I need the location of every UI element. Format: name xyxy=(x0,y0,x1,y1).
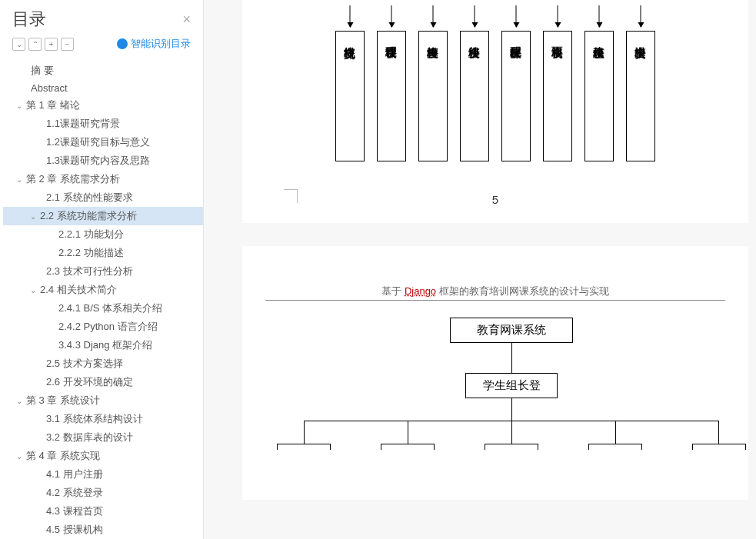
diagram-box-partial xyxy=(277,444,331,450)
toc-item-label: 2.3 技术可行性分析 xyxy=(45,265,133,278)
diagram-box-partial xyxy=(692,444,746,450)
toc-item-label: 4.1 用户注册 xyxy=(45,467,103,481)
module-box: 安全退出模块 xyxy=(626,31,655,161)
toc-list[interactable]: 摘 要Abstract⌄第 1 章 绪论1.1课题研究背景1.2课题研究目标与意… xyxy=(0,58,203,539)
toc-item-label: 2.4.2 Python 语言介绍 xyxy=(57,320,158,334)
diagram-box-partial xyxy=(588,444,642,450)
toc-item[interactable]: 摘 要 xyxy=(3,62,203,80)
diagram-connector xyxy=(408,421,408,444)
toc-item[interactable]: 4.1 用户注册 xyxy=(3,465,203,484)
document-page-2: 基于 Django 框架的教育培训网课系统的设计与实现 教育网课系统 学生组长登 xyxy=(242,246,748,500)
toc-item[interactable]: 4.5 授课机构 xyxy=(3,521,203,539)
toc-item[interactable]: 2.2.1 功能划分 xyxy=(3,225,203,244)
toc-item-label: 4.5 授课机构 xyxy=(45,523,103,537)
collapse-all-icon[interactable]: ⌃ xyxy=(28,38,42,51)
module-box: 检查评阅模块 xyxy=(418,31,448,161)
header-prefix: 基于 xyxy=(381,285,405,297)
arrow-icon xyxy=(558,5,558,27)
toc-item[interactable]: 2.3 技术可行性分析 xyxy=(3,262,203,281)
diagram-connector xyxy=(511,421,512,444)
toc-sidebar: 目录 × ⌄ ⌃ + − 智能识别目录 摘 要Abstract⌄第 1 章 绪论… xyxy=(0,0,204,539)
chevron-down-icon[interactable]: ⌄ xyxy=(14,101,25,110)
smart-label: 智能识别目录 xyxy=(131,37,191,51)
toc-item[interactable]: 2.2.2 功能描述 xyxy=(3,244,203,262)
toc-item-label: 4.2 系统登录 xyxy=(45,486,103,500)
arrow-icon xyxy=(350,5,351,27)
toc-item-label: 2.2.1 功能划分 xyxy=(57,228,124,241)
diagram-connector xyxy=(615,421,616,444)
module-box: 课程管理模块 xyxy=(377,31,406,161)
module-box: 分配课程模块 xyxy=(501,31,531,161)
diagram-box-partial xyxy=(485,444,538,450)
toc-item[interactable]: ⌄2.2 系统功能需求分析 xyxy=(3,207,203,225)
toc-item[interactable]: 3.4.3 Djang 框架介绍 xyxy=(3,336,203,354)
module-box: 在线交流模块 xyxy=(335,31,365,161)
toc-item[interactable]: 2.6 开发环境的确定 xyxy=(3,373,203,391)
module-box: 信息修改模块 xyxy=(584,31,614,161)
toc-item[interactable]: 4.2 系统登录 xyxy=(3,484,203,502)
toc-item-label: 2.2.2 功能描述 xyxy=(57,246,124,260)
expand-all-icon[interactable]: ⌄ xyxy=(12,38,25,51)
toc-item-label: 第 3 章 系统设计 xyxy=(25,394,100,408)
toc-item[interactable]: ⌄第 4 章 系统实现 xyxy=(3,447,203,465)
toc-item[interactable]: ⌄2.4 相关技术简介 xyxy=(3,281,203,299)
toc-item[interactable]: 3.1 系统体系结构设计 xyxy=(3,410,203,428)
toc-item-label: 2.5 技术方案选择 xyxy=(45,357,123,371)
close-icon[interactable]: × xyxy=(182,12,191,28)
toc-item[interactable]: 1.2课题研究目标与意义 xyxy=(3,133,203,151)
toc-item-label: 2.4.1 B/S 体系相关介绍 xyxy=(57,301,162,315)
toc-item[interactable]: 2.5 技术方案选择 xyxy=(3,354,203,373)
chevron-down-icon[interactable]: ⌄ xyxy=(28,212,38,221)
smart-icon xyxy=(117,38,128,49)
system-diagram: 教育网课系统 学生组长登 xyxy=(242,318,748,471)
toc-item-label: 2.1 系统的性能要求 xyxy=(45,191,133,205)
module-box: 下载资料模块 xyxy=(543,31,572,161)
toc-item[interactable]: 2.4.1 B/S 体系相关介绍 xyxy=(3,299,203,318)
toc-item[interactable]: 1.3课题研究内容及思路 xyxy=(3,151,203,170)
smart-recognize-button[interactable]: 智能识别目录 xyxy=(117,37,191,51)
diagram-connector xyxy=(511,342,512,373)
arrow-icon xyxy=(433,5,434,27)
diagram-box-partial xyxy=(381,444,435,450)
toc-item-label: 3.1 系统体系结构设计 xyxy=(45,412,143,426)
diagram-box-login: 学生组长登 xyxy=(465,373,558,398)
toc-item[interactable]: ⌄第 2 章 系统需求分析 xyxy=(3,170,203,188)
arrow-icon xyxy=(391,5,392,27)
toc-item-label: Abstract xyxy=(29,82,68,94)
chevron-down-icon[interactable]: ⌄ xyxy=(14,452,25,461)
toolbar-icons: ⌄ ⌃ + − xyxy=(12,38,74,51)
diagram-box-system: 教育网课系统 xyxy=(450,318,573,343)
django-link[interactable]: Django xyxy=(405,285,436,297)
page-corner-mark xyxy=(284,189,298,203)
toc-item-label: 2.6 开发环境的确定 xyxy=(45,375,133,389)
diagram-connector xyxy=(718,421,719,444)
toc-item-label: 2.4 相关技术简介 xyxy=(38,283,117,297)
toc-item[interactable]: 3.2 数据库表的设计 xyxy=(3,428,203,447)
toc-item[interactable]: ⌄第 3 章 系统设计 xyxy=(3,391,203,410)
toc-item-label: 4.3 课程首页 xyxy=(45,504,103,518)
toc-item[interactable]: 4.3 课程首页 xyxy=(3,502,203,521)
page-header: 基于 Django 框架的教育培训网课系统的设计与实现 xyxy=(242,284,748,298)
arrow-icon xyxy=(599,5,600,27)
toc-item[interactable]: ⌄第 1 章 绪论 xyxy=(3,96,203,115)
toc-item-label: 1.1课题研究背景 xyxy=(45,117,120,131)
toc-item-label: 第 1 章 绪论 xyxy=(25,98,80,112)
chevron-down-icon[interactable]: ⌄ xyxy=(14,175,25,184)
chevron-down-icon[interactable]: ⌄ xyxy=(28,286,38,294)
toc-header: 目录 × xyxy=(0,0,203,34)
toc-item-label: 第 2 章 系统需求分析 xyxy=(25,172,120,186)
remove-icon[interactable]: − xyxy=(61,38,74,51)
module-diagram: 在线交流模块课程管理模块检查评阅模块上传资料模块分配课程模块下载资料模块信息修改… xyxy=(242,0,748,161)
toc-item[interactable]: Abstract xyxy=(3,80,203,96)
chevron-down-icon[interactable]: ⌄ xyxy=(14,397,25,405)
arrow-icon xyxy=(641,5,641,27)
toc-item[interactable]: 1.1课题研究背景 xyxy=(3,115,203,133)
add-icon[interactable]: + xyxy=(45,38,58,51)
document-content: 在线交流模块课程管理模块检查评阅模块上传资料模块分配课程模块下载资料模块信息修改… xyxy=(204,0,756,539)
toc-title: 目录 xyxy=(12,8,46,31)
toc-item-label: 3.4.3 Djang 框架介绍 xyxy=(57,338,152,352)
toc-item[interactable]: 2.1 系统的性能要求 xyxy=(3,188,203,207)
diagram-connector xyxy=(304,421,305,444)
toc-item[interactable]: 2.4.2 Python 语言介绍 xyxy=(3,318,203,336)
toc-item-label: 2.2 系统功能需求分析 xyxy=(38,209,137,223)
